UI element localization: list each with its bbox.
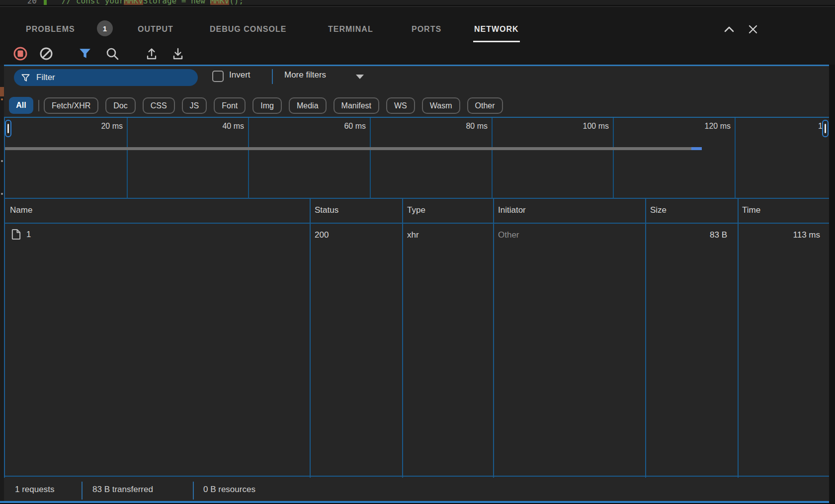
timeline-tick: 60 ms	[321, 122, 366, 131]
decoration-dot	[1, 98, 3, 100]
request-status: 200	[315, 230, 329, 240]
column-header-name[interactable]: Name	[10, 205, 32, 215]
filter-chip-other[interactable]: Other	[467, 97, 503, 114]
timeline-tick: 80 ms	[443, 122, 488, 131]
editor-code-line: 20// const yourMMKVStorage = new MMKV();	[0, 0, 244, 6]
requests-table-header: Name Status Type Initiator Size Time	[4, 199, 829, 224]
column-header-initiator[interactable]: Initiator	[498, 205, 526, 215]
timeline-gridline	[735, 118, 736, 198]
timeline-gridline	[613, 118, 614, 198]
tab-problems[interactable]: PROBLEMS	[26, 25, 75, 34]
problems-count-badge: 1	[97, 20, 113, 36]
column-header-size[interactable]: Size	[650, 205, 667, 215]
filter-chip-media[interactable]: Media	[289, 97, 327, 114]
overview-right-handle[interactable]	[822, 120, 829, 137]
timeline-gridline	[248, 118, 249, 198]
timeline-tick: 120 ms	[686, 122, 731, 131]
filter-chip-all[interactable]: All	[9, 97, 33, 114]
invert-label: Invert	[229, 70, 250, 80]
funnel-icon	[79, 47, 91, 60]
network-status-bar: 1 requests 83 B transferred 0 B resource…	[4, 478, 829, 503]
search-icon	[105, 47, 119, 61]
editor-edge-strip	[0, 65, 4, 504]
filter-chip-wasm[interactable]: Wasm	[422, 97, 460, 114]
decoration-dot	[1, 160, 3, 162]
filter-row-divider	[272, 69, 273, 84]
filter-placeholder: Filter	[36, 73, 55, 83]
tab-network[interactable]: NETWORK	[474, 25, 519, 34]
document-icon	[11, 229, 21, 240]
network-overview-timeline[interactable]: 20 ms 40 ms 60 ms 80 ms 100 ms 120 ms 1	[4, 117, 829, 199]
overview-left-handle[interactable]	[5, 120, 11, 137]
request-time: 113 ms	[738, 230, 825, 240]
network-toolbar	[0, 43, 835, 65]
column-header-time[interactable]: Time	[742, 205, 760, 215]
filter-chip-manifest[interactable]: Manifest	[334, 97, 379, 114]
filter-chip-doc[interactable]: Doc	[105, 97, 135, 114]
filter-toggle-button[interactable]	[79, 47, 91, 60]
filter-chip-img[interactable]: Img	[252, 97, 282, 114]
timeline-gridline	[492, 118, 493, 198]
editor-code-sliver: 20// const yourMMKVStorage = new MMKV();	[0, 0, 835, 6]
import-har-button[interactable]	[145, 47, 159, 61]
timeline-tick: 100 ms	[564, 122, 609, 131]
table-row[interactable]: 1 200 xhr Other 83 B 113 ms	[4, 225, 829, 247]
funnel-icon	[21, 73, 30, 83]
close-panel-icon[interactable]	[746, 22, 760, 37]
overview-request-bar	[691, 147, 702, 150]
request-initiator: Other	[498, 230, 519, 240]
clear-network-log-button[interactable]	[40, 48, 53, 60]
more-filters-dropdown[interactable]: More filters	[284, 70, 326, 80]
request-size: 83 B	[645, 230, 733, 240]
filter-chip-fetch-xhr[interactable]: Fetch/XHR	[44, 97, 98, 114]
overview-total-bar	[5, 147, 691, 150]
upload-icon	[145, 47, 159, 61]
column-header-status[interactable]: Status	[315, 205, 338, 215]
panel-right-gutter	[829, 65, 835, 504]
status-divider	[82, 482, 83, 500]
status-divider	[193, 482, 194, 500]
search-match-highlight: MMKV	[124, 0, 143, 5]
request-type-chips: Fetch/XHR Doc CSS JS Font Img Media Mani…	[44, 97, 503, 114]
request-name: 1	[26, 230, 31, 240]
tab-terminal[interactable]: TERMINAL	[328, 25, 373, 34]
filter-chip-ws[interactable]: WS	[386, 97, 415, 114]
git-gutter-indicator	[44, 0, 47, 6]
decoration-dot	[1, 193, 3, 195]
network-panel: Filter Invert More filters All Fetch/XHR…	[4, 65, 829, 503]
timeline-gridline	[370, 118, 371, 198]
requests-table-body: 1 200 xhr Other 83 B 113 ms	[4, 225, 829, 477]
tab-debug-console[interactable]: DEBUG CONSOLE	[210, 25, 286, 34]
timeline-gridline	[127, 118, 128, 198]
export-har-button[interactable]	[171, 47, 185, 61]
search-button[interactable]	[105, 47, 119, 61]
filter-chip-css[interactable]: CSS	[143, 97, 175, 114]
panel-left-border	[4, 117, 5, 478]
requests-count: 1 requests	[15, 485, 54, 495]
timeline-tick: 40 ms	[199, 122, 244, 131]
request-type: xhr	[407, 230, 419, 240]
resources-size: 0 B resources	[203, 485, 255, 495]
network-filter-input[interactable]: Filter	[14, 69, 198, 86]
line-number: 20	[0, 0, 44, 5]
panel-tab-strip: PROBLEMS 1 OUTPUT DEBUG CONSOLE TERMINAL…	[0, 7, 835, 43]
chips-divider	[38, 100, 39, 111]
record-network-log-button[interactable]	[14, 47, 27, 61]
download-icon	[171, 47, 185, 61]
record-icon	[14, 47, 27, 61]
timeline-tick: 20 ms	[78, 122, 123, 131]
code-comment: // const your	[62, 0, 124, 5]
column-header-type[interactable]: Type	[407, 205, 425, 215]
tab-ports[interactable]: PORTS	[412, 25, 441, 34]
clear-icon	[40, 48, 53, 60]
search-match-highlight: MMKV	[210, 0, 230, 5]
invert-checkbox[interactable]	[212, 71, 224, 82]
filter-chip-js[interactable]: JS	[182, 97, 207, 114]
tab-output[interactable]: OUTPUT	[138, 25, 173, 34]
filter-chip-font[interactable]: Font	[214, 97, 246, 114]
chevron-down-icon[interactable]	[356, 75, 364, 79]
chevron-up-icon[interactable]	[722, 22, 737, 37]
vscode-bottom-panel: 20// const yourMMKVStorage = new MMKV();…	[0, 0, 835, 504]
request-name-cell: 1	[11, 229, 31, 240]
transferred-size: 83 B transferred	[92, 485, 153, 495]
